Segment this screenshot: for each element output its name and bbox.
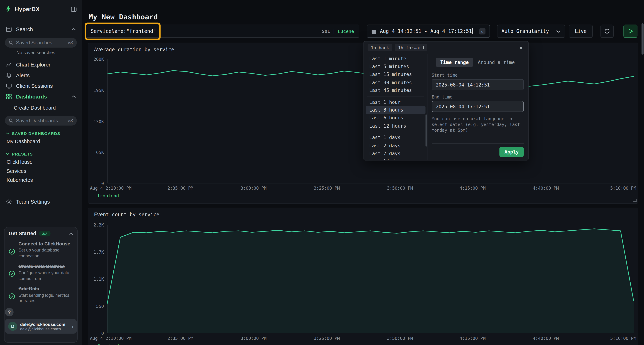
quick-range-item[interactable]: Last 2 days <box>366 142 426 150</box>
collapse-sidebar-icon[interactable] <box>71 6 77 12</box>
create-dashboard-button[interactable]: + Create Dashboard <box>0 103 82 113</box>
divider <box>367 96 424 96</box>
sidebar-item-label: Chart Explorer <box>16 61 50 67</box>
quick-range-item[interactable]: Last 5 minutes <box>366 62 426 71</box>
get-started-item-desc: Configure where your data comes from <box>18 270 73 281</box>
sidebar-item-search[interactable]: Search <box>0 24 82 34</box>
shift-back-button[interactable]: 1h back <box>368 44 392 51</box>
check-circle-icon <box>8 289 15 304</box>
get-started-item[interactable]: Create Data Sources Configure where your… <box>8 263 73 281</box>
avatar: D <box>8 322 17 331</box>
list-scrollbar[interactable] <box>426 115 427 147</box>
chart-legend[interactable]: —frontend <box>92 193 119 199</box>
apply-button[interactable]: Apply <box>500 147 524 157</box>
lucene-mode-toggle[interactable]: Lucene <box>338 28 354 34</box>
live-button[interactable]: Live <box>569 25 593 38</box>
quick-range-item[interactable]: Last 7 days <box>366 149 426 157</box>
saved-dashboards-header[interactable]: SAVED DASHBOARDS <box>0 130 82 137</box>
chevron-up-icon[interactable] <box>68 232 73 235</box>
close-icon[interactable]: × <box>518 44 524 52</box>
time-range-value: Aug 4 14:12:51 - Aug 4 17:12:51 <box>380 28 472 34</box>
chevron-down-icon <box>6 153 10 155</box>
legend-series-name: frontend <box>97 344 119 345</box>
check-circle-icon <box>8 244 15 259</box>
run-query-button[interactable] <box>624 25 638 38</box>
x-tick-label: 3:25:00 PM <box>314 336 340 341</box>
time-shortcut-kbd: d <box>479 28 485 34</box>
quick-range-item[interactable]: Last 12 hours <box>366 122 426 130</box>
sidebar-item-label: Alerts <box>16 72 30 78</box>
sidebar-item-my-dashboard[interactable]: My Dashboard <box>0 137 82 146</box>
y-tick-label: 1.7K <box>88 250 104 255</box>
get-started-item[interactable]: Add Data Start sending logs, metrics, or… <box>8 286 73 304</box>
y-tick-label: 550 <box>88 304 104 309</box>
page-scrollbar[interactable] <box>642 23 644 54</box>
resize-handle[interactable] <box>633 199 636 202</box>
play-icon <box>628 29 633 34</box>
tab-around-a-time[interactable]: Around a time <box>473 58 519 67</box>
shortcut-kbd: ⌘K <box>68 118 73 123</box>
time-range-popover: 1h back 1h forward × Last 1 minute Last … <box>364 41 528 161</box>
get-started-item-title: Add Data <box>18 286 73 292</box>
shift-forward-button[interactable]: 1h forward <box>395 44 427 51</box>
start-time-input[interactable]: 2025-08-04 14:12:51 <box>432 79 524 90</box>
x-tick-label: 3:25:00 PM <box>314 186 340 191</box>
x-tick-label: 2:35:00 PM <box>168 336 194 341</box>
sidebar-item-kubernetes[interactable]: Kubernetes <box>0 176 82 185</box>
calendar-icon <box>371 28 376 34</box>
granularity-select[interactable]: Auto Granularity <box>497 25 565 38</box>
quick-range-item[interactable]: Last 45 minutes <box>366 86 426 94</box>
y-tick-label: 65K <box>88 150 104 155</box>
chevron-down-icon <box>6 132 10 135</box>
sidebar-item-client-sessions[interactable]: Client Sessions <box>0 80 82 91</box>
help-button[interactable]: ? <box>5 308 14 317</box>
sidebar-item-alerts[interactable]: Alerts <box>0 70 82 80</box>
get-started-item[interactable]: Connect to ClickHouse Set up your databa… <box>8 241 73 259</box>
sidebar-item-label: Dashboards <box>16 93 47 99</box>
legend-dash-icon: — <box>92 344 95 345</box>
tab-time-range[interactable]: Time range <box>436 58 473 67</box>
x-tick-label: 2:35:00 PM <box>168 186 194 191</box>
chevron-right-icon: › <box>72 323 74 329</box>
x-tick-label: 4:40:00 PM <box>533 186 559 191</box>
series-fill <box>107 229 634 333</box>
presets-header[interactable]: PRESETS <box>0 150 82 157</box>
sidebar-item-label: Search <box>16 26 33 32</box>
quick-range-item[interactable]: Last 6 hours <box>366 114 426 122</box>
granularity-value: Auto Granularity <box>502 28 549 34</box>
sql-mode-toggle[interactable]: SQL <box>322 28 330 34</box>
legend-series-name: frontend <box>97 193 119 199</box>
saved-searches-input[interactable]: Saved Searches ⌘K <box>5 38 77 47</box>
quick-range-item[interactable]: Last 14 days <box>366 157 426 160</box>
y-tick-label: 2.2K <box>88 222 104 227</box>
user-menu[interactable]: D dale@clickhouse.com dale@clickhouse.co… <box>5 319 77 334</box>
x-tick-label: 3:00:00 PM <box>240 336 266 341</box>
chart-legend[interactable]: —frontend <box>92 344 119 345</box>
quick-range-item[interactable]: Last 30 minutes <box>366 78 426 86</box>
sidebar-item-clickhouse[interactable]: ClickHouse <box>0 158 82 167</box>
sidebar-item-services[interactable]: Services <box>0 167 82 176</box>
sidebar-item-dashboards[interactable]: Dashboards <box>0 91 82 102</box>
refresh-button[interactable] <box>600 25 614 38</box>
quick-range-item[interactable]: Last 1 minute <box>366 54 426 62</box>
saved-dashboards-input[interactable]: Saved Dashboards ⌘K <box>5 116 77 125</box>
y-tick-label: 260K <box>88 57 104 62</box>
sidebar-item-label: Team Settings <box>16 198 50 205</box>
y-tick-label: 0 <box>88 181 104 186</box>
search-section-icon <box>6 26 12 32</box>
quick-range-item[interactable]: Last 1 days <box>366 134 426 142</box>
chevron-up-icon <box>72 28 76 30</box>
chart-explorer-icon <box>6 61 12 67</box>
quick-range-item[interactable]: Last 1 hour <box>366 98 426 106</box>
query-input[interactable]: ServiceName:"frontend" SQL | Lucene <box>86 25 360 38</box>
quick-range-item-selected[interactable]: Last 3 hours <box>366 106 426 114</box>
quick-range-item[interactable]: Last 15 minutes <box>366 70 426 78</box>
end-time-input[interactable]: 2025-08-04 17:12:51 <box>432 101 524 112</box>
sidebar-item-chart-explorer[interactable]: Chart Explorer <box>0 59 82 70</box>
get-started-item-desc: Start sending logs, metrics, or traces <box>18 293 73 304</box>
y-tick-label: 0 <box>88 331 104 336</box>
sidebar-item-team-settings[interactable]: Team Settings <box>0 196 82 207</box>
time-range-input[interactable]: Aug 4 14:12:51 - Aug 4 17:12:51 d <box>367 25 490 38</box>
search-icon <box>8 40 14 45</box>
search-icon <box>8 118 14 123</box>
